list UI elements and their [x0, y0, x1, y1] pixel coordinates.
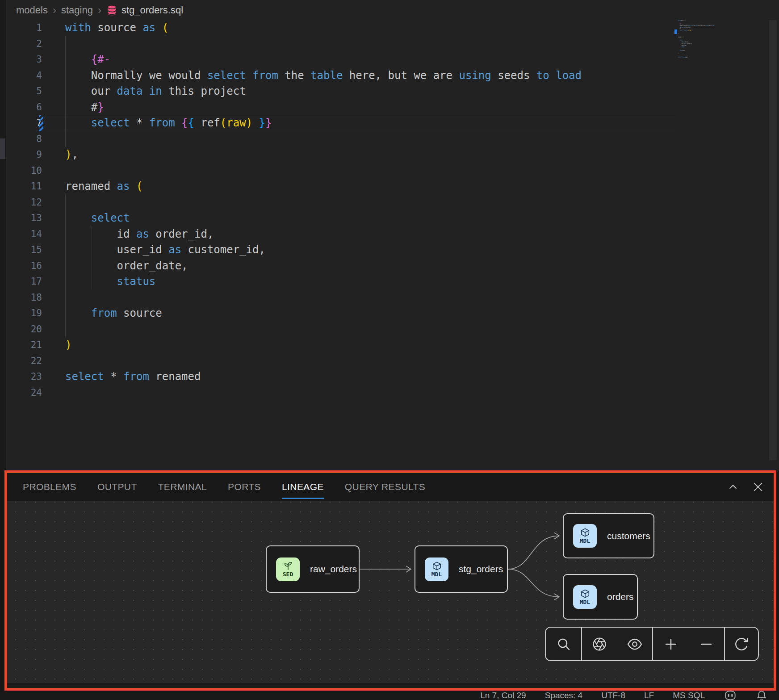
- lineage-node-raw_orders[interactable]: SEDraw_orders: [266, 545, 360, 593]
- annotation-highlight-box: PROBLEMSOUTPUTTERMINALPORTSLINEAGEQUERY …: [4, 470, 776, 691]
- model-icon: MDL: [573, 524, 597, 548]
- chevron-up-icon[interactable]: [726, 480, 740, 494]
- line-number: 17: [0, 274, 42, 290]
- status-lf[interactable]: LF: [644, 691, 654, 700]
- minimap-content: with source as ( {#- Normally we would s…: [678, 20, 683, 59]
- line-number: 1: [0, 20, 42, 36]
- editor-scrollbar[interactable]: [769, 20, 777, 460]
- node-label: customers: [607, 531, 650, 541]
- line-number: 3: [0, 52, 42, 68]
- code-line[interactable]: {#-: [65, 52, 582, 68]
- line-number: 6: [0, 100, 42, 116]
- breadcrumb: models › staging › stg_orders.sql: [16, 4, 183, 16]
- node-label: raw_orders: [310, 564, 357, 574]
- bell-icon[interactable]: [756, 690, 767, 700]
- code-line[interactable]: Normally we would select from the table …: [65, 68, 582, 84]
- code-line[interactable]: renamed as (: [678, 36, 683, 38]
- line-number: 7: [0, 115, 42, 131]
- line-number: 12: [0, 195, 42, 211]
- code-line[interactable]: ): [65, 337, 582, 353]
- line-number: 23: [0, 369, 42, 385]
- code-line[interactable]: [65, 290, 582, 306]
- code-line[interactable]: renamed as (: [65, 179, 582, 195]
- chevron-right-icon: ›: [98, 5, 101, 15]
- status-ms-sql[interactable]: MS SQL: [673, 691, 705, 700]
- line-number: 22: [0, 353, 42, 369]
- zoom-out-icon[interactable]: [689, 628, 725, 660]
- status-ln-7-col-29[interactable]: Ln 7, Col 29: [480, 691, 526, 700]
- code-line[interactable]: ),: [65, 147, 582, 163]
- line-number: 21: [0, 337, 42, 353]
- line-number: 20: [0, 322, 42, 338]
- line-number: 11: [0, 179, 42, 195]
- status-bar: Ln 7, Col 29Spaces: 4UTF-8LFMS SQL: [0, 691, 779, 700]
- code-line[interactable]: id as order_id,: [65, 226, 582, 243]
- tab-terminal[interactable]: TERMINAL: [158, 482, 207, 492]
- line-number: 24: [0, 385, 42, 401]
- tab-lineage[interactable]: LINEAGE: [282, 482, 324, 492]
- tab-output[interactable]: OUTPUT: [97, 482, 137, 492]
- tab-query-results[interactable]: QUERY RESULTS: [345, 482, 425, 492]
- line-number: 9: [0, 147, 42, 163]
- breadcrumb-filename: stg_orders.sql: [121, 4, 183, 16]
- lineage-node-customers[interactable]: MDLcustomers: [563, 513, 654, 558]
- modified-line-marker: [39, 115, 43, 131]
- code-line[interactable]: [65, 353, 582, 369]
- code-line[interactable]: status: [65, 274, 582, 290]
- editor-code[interactable]: with source as ( {#- Normally we would s…: [65, 20, 582, 401]
- breadcrumb-folder[interactable]: models: [16, 4, 48, 16]
- code-line[interactable]: our data in this project: [65, 84, 582, 100]
- code-line[interactable]: [65, 195, 582, 211]
- breadcrumb-folder[interactable]: staging: [61, 4, 93, 16]
- line-number: 14: [0, 226, 42, 243]
- status-utf-8[interactable]: UTF-8: [601, 691, 625, 700]
- code-line[interactable]: from source: [65, 306, 582, 322]
- line-number: 18: [0, 290, 42, 306]
- eye-icon[interactable]: [617, 628, 653, 660]
- code-line[interactable]: [678, 58, 683, 60]
- zoom-in-icon[interactable]: [653, 628, 689, 660]
- minimap[interactable]: with source as ( {#- Normally we would s…: [678, 20, 745, 73]
- close-icon[interactable]: [751, 480, 765, 494]
- panel-tabs: PROBLEMSOUTPUTTERMINALPORTSLINEAGEQUERY …: [7, 473, 774, 501]
- code-line[interactable]: [65, 131, 582, 147]
- tab-problems[interactable]: PROBLEMS: [23, 482, 76, 492]
- lineage-node-orders[interactable]: MDLorders: [563, 574, 638, 620]
- code-line[interactable]: [65, 385, 582, 401]
- code-line[interactable]: [65, 322, 582, 338]
- code-line[interactable]: #}: [65, 100, 582, 116]
- code-line[interactable]: from source: [678, 50, 683, 51]
- line-number: 2: [0, 36, 42, 52]
- code-line[interactable]: select * from renamed: [65, 369, 582, 385]
- code-line[interactable]: order_date,: [65, 258, 582, 274]
- refresh-icon[interactable]: [725, 628, 758, 660]
- minimap-modified-marker: [674, 29, 677, 34]
- lineage-node-stg_orders[interactable]: MDLstg_orders: [415, 545, 508, 593]
- code-line[interactable]: with source as (: [65, 20, 582, 36]
- copilot-icon[interactable]: [724, 690, 737, 700]
- code-line[interactable]: user_id as customer_id,: [65, 242, 582, 258]
- code-line[interactable]: [65, 36, 582, 52]
- editor-gutter: 123456789101112131415161718192021222324: [0, 20, 42, 401]
- line-number: 13: [0, 210, 42, 226]
- breadcrumb-file[interactable]: stg_orders.sql: [106, 4, 183, 16]
- line-number: 5: [0, 84, 42, 100]
- code-line[interactable]: select * from {{ ref(raw) }}: [678, 29, 683, 31]
- line-number: 4: [0, 68, 42, 84]
- panel-footer-strip: [7, 683, 774, 688]
- status-spaces-4[interactable]: Spaces: 4: [545, 691, 583, 700]
- code-line[interactable]: select * from renamed: [678, 56, 683, 58]
- line-number: 15: [0, 242, 42, 258]
- code-line[interactable]: select * from {{ ref(raw) }}: [65, 115, 582, 131]
- aperture-icon[interactable]: [582, 628, 617, 660]
- lineage-canvas[interactable]: SEDraw_ordersMDLstg_ordersMDLcustomersMD…: [7, 501, 774, 683]
- code-line[interactable]: select: [65, 210, 582, 226]
- search-icon[interactable]: [546, 628, 581, 660]
- lineage-toolbar: [545, 627, 759, 661]
- code-editor[interactable]: models › staging › stg_orders.sql 123456…: [0, 0, 779, 470]
- tab-ports[interactable]: PORTS: [228, 482, 261, 492]
- line-number: 8: [0, 131, 42, 147]
- code-line[interactable]: with source as (: [678, 20, 683, 21]
- code-line[interactable]: status: [678, 46, 683, 48]
- code-line[interactable]: [65, 163, 582, 179]
